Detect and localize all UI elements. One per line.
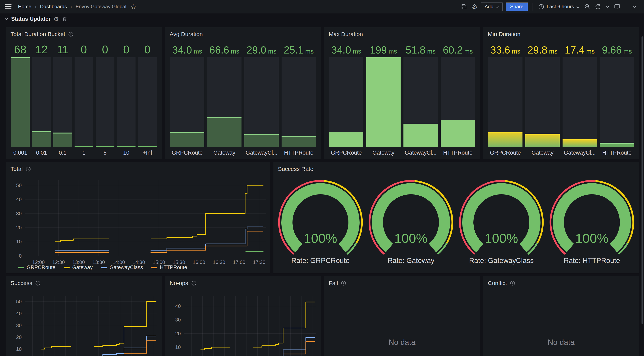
- bar-gauge-label: GRPCRoute: [490, 150, 521, 156]
- gauge-group: 100%Rate: GRPCRoute100%Rate: Gateway100%…: [275, 179, 637, 271]
- row-delete-trash-icon[interactable]: [62, 16, 67, 22]
- save-dashboard-icon[interactable]: [460, 2, 468, 11]
- svg-text:16:30: 16:30: [213, 259, 225, 265]
- panel-header[interactable]: Conflict: [483, 276, 639, 286]
- bar-gauge-track: [74, 57, 93, 147]
- panel-title: Conflict: [488, 280, 507, 286]
- breadcrumb-dashboards[interactable]: Dashboards: [40, 4, 67, 10]
- breadcrumb: Home › Dashboards › Envoy Gateway Global: [18, 4, 126, 10]
- legend-item[interactable]: HTTPRoute: [152, 264, 187, 270]
- bar-gauge-fill: [53, 133, 72, 147]
- info-icon[interactable]: [35, 281, 40, 286]
- stat-value: 0: [144, 44, 150, 55]
- favorite-star-icon[interactable]: ☆: [130, 4, 136, 10]
- panel-header[interactable]: Total Duration Bucket: [6, 28, 162, 38]
- gauge: 100%Rate: Gateway: [366, 179, 456, 271]
- bar-gauge-track: [404, 57, 438, 147]
- panel-header[interactable]: No-ops: [165, 276, 321, 286]
- bar-gauge-fill: [366, 57, 400, 147]
- time-series-plot[interactable]: 01020304012:0012:3013:0013:3014:0014:301…: [165, 287, 321, 356]
- svg-text:13:00: 13:00: [72, 259, 85, 265]
- bar-gauge-fill: [74, 146, 93, 147]
- breadcrumb-current[interactable]: Envoy Gateway Global: [76, 4, 126, 10]
- legend-item[interactable]: GRPCRoute: [18, 264, 56, 270]
- panel-header[interactable]: Avg Duration: [165, 28, 321, 38]
- svg-text:50: 50: [16, 182, 22, 188]
- info-icon[interactable]: [191, 281, 196, 286]
- info-icon[interactable]: [26, 166, 31, 172]
- stat-value: 9.66ms: [602, 45, 632, 55]
- time-series-plot[interactable]: 0102030405012:0012:3013:0013:3014:0014:3…: [6, 287, 162, 356]
- panel-total: Total 0102030405012:0012:3013:0013:3014:…: [6, 162, 270, 273]
- bar-gauge-label: Gateway: [213, 150, 235, 156]
- row-title[interactable]: Status Updater: [11, 16, 50, 22]
- panel-min-duration: Min Duration 33.6ms29.8ms17.4ms9.66msGRP…: [483, 27, 639, 159]
- panel-header[interactable]: Success: [6, 276, 162, 286]
- bar-gauge-label: 10: [123, 150, 130, 156]
- info-icon[interactable]: [68, 32, 74, 37]
- kiosk-mode-icon[interactable]: [613, 2, 622, 11]
- svg-text:100%: 100%: [485, 231, 518, 245]
- bar-gauge-label: HTTPRoute: [602, 150, 632, 156]
- bar-gauge-label: 0.001: [13, 150, 27, 156]
- bar-gauge-label: GRPCRoute: [172, 150, 202, 156]
- share-button-label: Share: [510, 4, 524, 10]
- info-icon[interactable]: [510, 281, 515, 286]
- gauge-title: Rate: GatewayClass: [469, 257, 534, 265]
- legend-item[interactable]: Gateway: [64, 264, 93, 270]
- refresh-interval-dropdown[interactable]: [604, 2, 611, 11]
- zoom-out-time-icon[interactable]: [583, 2, 592, 11]
- collapse-toolbar-chevron-icon[interactable]: [630, 2, 639, 11]
- no-data-message: No data: [324, 276, 480, 356]
- svg-text:13:30: 13:30: [92, 259, 105, 265]
- svg-text:10: 10: [16, 346, 22, 352]
- bar-gauge-track: [138, 57, 157, 147]
- add-button[interactable]: Add: [481, 2, 502, 11]
- panel-header[interactable]: Total: [6, 162, 270, 172]
- bar-gauge-track: [96, 57, 114, 147]
- panel-header[interactable]: Min Duration: [483, 28, 639, 38]
- stat-value: 34.0ms: [172, 45, 202, 55]
- bar-gauge-track: [488, 57, 522, 147]
- legend-label: GRPCRoute: [27, 264, 56, 270]
- share-button[interactable]: Share: [506, 2, 528, 11]
- stat-value: 29.8ms: [528, 45, 557, 55]
- bar-gauge-fill: [117, 146, 136, 147]
- bar-gauge-track: [366, 57, 400, 147]
- bar-gauge-fill: [404, 124, 438, 147]
- bar-gauge-track: [441, 57, 475, 147]
- panel-header[interactable]: Max Duration: [324, 28, 480, 38]
- time-range-label: Last 6 hours: [547, 4, 574, 10]
- time-range-picker[interactable]: Last 6 hours: [537, 4, 581, 10]
- bar-gauge-label: +Inf: [143, 150, 152, 156]
- info-icon[interactable]: [341, 281, 346, 286]
- gauge-title: Rate: Gateway: [388, 257, 434, 265]
- row-settings-gear-icon[interactable]: ⚙: [54, 16, 59, 22]
- bar-gauge-track: [170, 57, 204, 147]
- stat-value: 0: [102, 44, 108, 55]
- row-collapse-chevron-icon[interactable]: [4, 18, 8, 20]
- legend-color-chip: [101, 267, 107, 268]
- dashboard-settings-icon[interactable]: ⚙: [470, 2, 479, 11]
- panel-header[interactable]: Success Rate: [273, 162, 639, 172]
- bar-gauge-track: [562, 57, 597, 147]
- bar-gauge-track: [329, 57, 364, 147]
- legend-item[interactable]: GatewayClass: [101, 264, 143, 270]
- bar-gauge-track: [282, 57, 316, 147]
- time-series-plot[interactable]: 0102030405012:0012:3013:0013:3014:0014:3…: [6, 173, 270, 270]
- bar-gauge-fill: [244, 134, 279, 147]
- svg-text:10: 10: [16, 239, 22, 245]
- bar-gauge-fill: [488, 132, 522, 147]
- panel-header[interactable]: Fail: [324, 276, 480, 286]
- stat-value: 51.8ms: [406, 45, 436, 55]
- row-header: Status Updater ⚙: [4, 16, 67, 22]
- breadcrumb-home[interactable]: Home: [18, 4, 31, 10]
- menu-toggle-icon[interactable]: [5, 4, 12, 9]
- bar-gauge-label: 1: [82, 150, 85, 156]
- bar-gauge-track: [11, 57, 30, 147]
- refresh-icon[interactable]: [594, 2, 602, 11]
- bar-gauge-fill: [207, 117, 242, 147]
- bar-gauge-label: 0.1: [59, 150, 66, 156]
- breadcrumb-separator: ›: [70, 4, 72, 10]
- scrollbar[interactable]: [642, 37, 644, 324]
